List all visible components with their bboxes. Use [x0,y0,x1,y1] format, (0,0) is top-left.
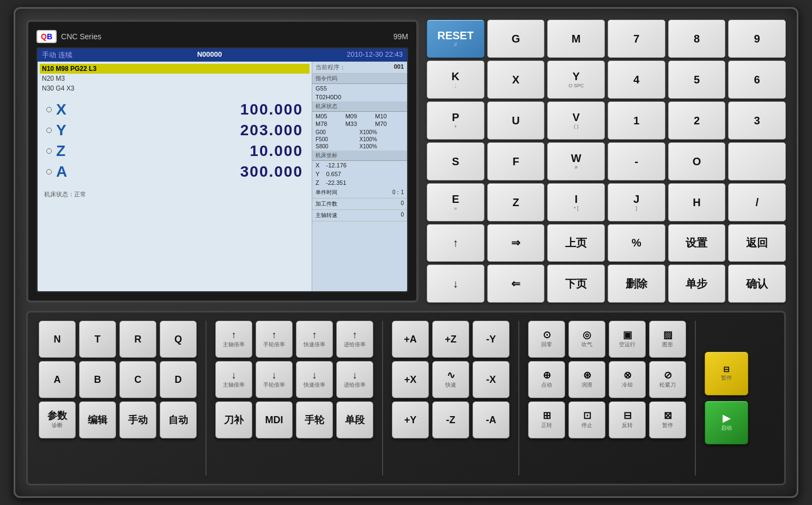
keypad-key[interactable]: ⇐ [487,264,545,303]
keypad-key[interactable]: 设置 [668,224,726,262]
kb-key[interactable]: ⊕ 点动 [528,361,565,398]
kb-key[interactable]: ∿ 快速 [432,361,469,398]
kb-key[interactable]: 手动 [119,401,156,438]
kb-key[interactable]: ⊞ 正转 [528,401,565,438]
keypad-key[interactable]: O [668,142,726,181]
kb-key[interactable]: 手轮 [296,401,333,438]
keypad-key[interactable]: U [487,101,545,140]
kb-key[interactable]: +A [392,321,429,358]
keypad-key[interactable]: Z [487,183,545,221]
kb-key[interactable]: ↑ 主轴倍率 [215,321,252,358]
kb-key-sub: 吹气 [581,341,592,348]
kb-key[interactable]: ▣ 空运行 [609,321,646,358]
keypad-key[interactable]: 5 [668,61,726,99]
kb-key[interactable]: +X [392,361,429,398]
axis-label: X [56,101,75,118]
keypad-key[interactable]: F [487,142,545,181]
kb-key[interactable]: ⊛ 润滑 [568,361,605,398]
kb-key[interactable]: A [39,361,76,398]
keypad-key[interactable]: X [487,61,545,99]
kb-section5: ⊟ 暂停 ▶ 启动 [705,321,748,476]
keypad-key[interactable]: 6 [728,61,786,99]
keypad-key[interactable]: V ( ) [547,101,605,140]
kb-key[interactable]: ⊘ 松紧刀 [649,361,686,398]
axis-label: A [56,163,75,181]
kb-key[interactable]: ↓ 进给倍率 [336,361,373,398]
kb-key[interactable]: ↑ 快速倍率 [296,321,333,358]
kb-key[interactable]: N [39,321,76,358]
keypad-key[interactable]: 8 [668,20,726,58]
kb-key[interactable]: ⊟ 反转 [609,401,646,438]
kb-key[interactable]: 参数 诊断 [39,401,76,438]
keypad-key[interactable]: K ; [427,61,484,99]
keypad-key[interactable]: - [608,142,665,181]
kb-key[interactable]: 自动 [160,401,197,438]
kb-key[interactable]: +Z [432,321,469,358]
kb-key[interactable]: C [119,361,156,398]
kb-key[interactable]: D [160,361,197,398]
keypad-key[interactable]: G [487,20,545,58]
keypad-key[interactable]: 下页 [547,264,605,303]
keypad-key[interactable]: 单步 [668,264,726,303]
keypad-key[interactable]: J ] [608,183,665,221]
keypad-key[interactable]: 3 [728,101,786,140]
keypad-key[interactable]: 返回 [728,224,786,262]
axis-value: 300.000 [75,163,303,181]
kb-key[interactable]: ⊠ 暂停 [649,401,686,438]
pause-label: 暂停 [721,374,732,382]
keypad-key[interactable]: 上页 [547,224,605,262]
kb-key[interactable]: ↑ 手轮倍率 [256,321,293,358]
keypad-key[interactable]: 删除 [608,264,665,303]
kb-key[interactable]: ⊙ 回零 [528,321,565,358]
keypad-key[interactable]: ↓ [427,264,484,303]
kb-key[interactable]: 单段 [336,401,373,438]
keypad-key[interactable]: / [728,183,786,221]
kb-key-main: ↑ [232,330,237,340]
keypad-key[interactable]: 确认 [728,264,786,303]
keypad-key[interactable] [728,142,786,181]
keypad-key[interactable]: S [427,142,484,181]
machine-status-section: 机床状态 [312,101,407,112]
key-main-label: O [693,156,701,167]
kb-key[interactable]: -X [472,361,510,398]
kb-key[interactable]: ◎ 吹气 [568,321,605,358]
kb-key[interactable]: T [79,321,116,358]
keypad-key[interactable]: 2 [668,101,726,140]
kb-key[interactable]: MDI [256,401,293,438]
keypad-key[interactable]: Y O SPC [547,61,605,99]
kb-key[interactable]: ⊗ 冷却 [609,361,646,398]
keypad-key[interactable]: I * [ [547,183,605,221]
keypad-key[interactable]: ↑ [427,224,484,262]
kb-key[interactable]: R [119,321,156,358]
kb-key[interactable]: ↓ 快速倍率 [296,361,333,398]
kb-key[interactable]: 刀补 [215,401,252,438]
keypad-key[interactable]: H [668,183,726,221]
kb-key[interactable]: -A [472,401,510,438]
key-main-label: 返回 [746,237,768,248]
keypad-key[interactable]: P + [427,101,484,140]
kb-key[interactable]: ↓ 手轮倍率 [256,361,293,398]
keypad-key[interactable]: W # [547,142,605,181]
pause-button[interactable]: ⊟ 暂停 [705,352,748,395]
keypad-key[interactable]: 7 [608,20,665,58]
keypad-key[interactable]: % [608,224,665,262]
kb-key[interactable]: -Z [432,401,469,438]
start-button[interactable]: ▶ 启动 [705,401,748,444]
kb-key-main: C [135,375,142,384]
kb-key[interactable]: ↓ 主轴倍率 [215,361,252,398]
kb-key[interactable]: B [79,361,116,398]
kb-key[interactable]: ⊡ 停止 [568,401,605,438]
kb-key[interactable]: -Y [472,321,510,358]
keypad-key[interactable]: RESET // [427,20,484,58]
keypad-key[interactable]: 9 [728,20,786,58]
kb-key[interactable]: ▨ 图形 [649,321,686,358]
keypad-key[interactable]: E = [427,183,484,221]
kb-key[interactable]: 编辑 [79,401,116,438]
keypad-key[interactable]: 1 [608,101,665,140]
keypad-key[interactable]: ⇒ [487,224,545,262]
kb-key[interactable]: +Y [392,401,429,438]
keypad-key[interactable]: 4 [608,61,665,99]
keypad-key[interactable]: M [547,20,605,58]
kb-key[interactable]: Q [160,321,197,358]
kb-key[interactable]: ↑ 进给倍率 [336,321,373,358]
